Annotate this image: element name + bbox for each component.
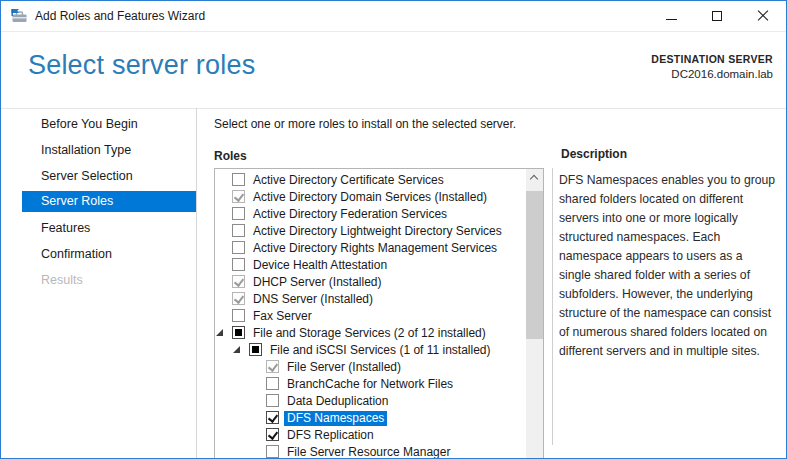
vertical-scrollbar[interactable] [526,169,543,459]
header-band: Select server roles DESTINATION SERVER D… [1,33,786,108]
role-row[interactable]: Active Directory Rights Management Servi… [215,240,526,257]
instruction-text: Select one or more roles to install on t… [214,117,516,131]
checkbox-installed[interactable] [266,360,279,373]
checkbox-checked[interactable] [266,428,279,441]
checkbox-installed[interactable] [232,190,245,203]
role-row[interactable]: File Server Resource Manager [215,444,526,459]
role-label: File Server (Installed) [287,360,401,375]
checkbox-checked[interactable] [266,411,279,424]
page-title: Select server roles [28,50,255,81]
role-row[interactable]: File and Storage Services (2 of 12 insta… [215,325,526,342]
tree-expander-icon[interactable] [216,329,223,336]
scrollbar-thumb[interactable] [526,191,543,339]
roles-heading: Roles [214,149,247,163]
roles-list: Active Directory Certificate ServicesAct… [215,169,526,459]
minimize-button[interactable] [648,1,694,31]
sidebar-item-features[interactable]: Features [1,215,196,241]
checkbox-unchecked[interactable] [232,241,245,254]
sidebar-divider [196,108,197,458]
role-row[interactable]: File Server (Installed) [215,359,526,376]
checkbox-unchecked[interactable] [266,394,279,407]
destination-server-name: DC2016.domain.lab [651,68,773,80]
description-divider [552,168,553,445]
sidebar-item-installation-type[interactable]: Installation Type [1,137,196,163]
role-row[interactable]: Device Health Attestation [215,257,526,274]
close-button[interactable] [740,1,786,31]
sidebar-item-server-selection[interactable]: Server Selection [1,163,196,189]
role-row[interactable]: DNS Server (Installed) [215,291,526,308]
role-row[interactable]: DFS Replication [215,427,526,444]
minimize-icon [666,19,677,20]
checkbox-installed[interactable] [232,275,245,288]
description-text: DFS Namespaces enables you to group shar… [559,171,776,361]
role-label: Device Health Attestation [253,258,387,273]
window-title: Add Roles and Features Wizard [35,9,205,23]
checkbox-unchecked[interactable] [232,224,245,237]
role-row[interactable]: Active Directory Lightweight Directory S… [215,223,526,240]
role-row[interactable]: File and iSCSI Services (1 of 11 install… [215,342,526,359]
sidebar-item-confirmation[interactable]: Confirmation [1,241,196,267]
role-row[interactable]: Fax Server [215,308,526,325]
role-label: File and Storage Services (2 of 12 insta… [253,326,486,341]
checkbox-unchecked[interactable] [266,445,279,458]
window-controls [648,1,786,31]
role-label: Active Directory Domain Services (Instal… [253,190,487,205]
role-label: Active Directory Rights Management Servi… [253,241,497,256]
scroll-up-button[interactable] [526,169,543,187]
checkbox-partial[interactable] [249,343,262,356]
maximize-icon [712,11,722,21]
role-label: BranchCache for Network Files [287,377,453,392]
tree-expander-icon[interactable] [233,346,240,353]
sidebar-nav: Before You BeginInstallation TypeServer … [1,111,196,458]
role-row[interactable]: BranchCache for Network Files [215,376,526,393]
chevron-up-icon [530,175,538,183]
header-divider [1,108,786,109]
role-row[interactable]: DHCP Server (Installed) [215,274,526,291]
role-label: DHCP Server (Installed) [253,275,381,290]
role-label: DFS Namespaces [284,411,387,426]
checkbox-unchecked[interactable] [232,258,245,271]
role-row[interactable]: Active Directory Domain Services (Instal… [215,189,526,206]
title-bar: Add Roles and Features Wizard [1,1,786,32]
destination-server-label: DESTINATION SERVER [651,53,773,65]
role-label: Fax Server [253,309,312,324]
sidebar-item-results: Results [1,267,196,293]
role-label: File Server Resource Manager [287,445,450,459]
checkbox-unchecked[interactable] [232,309,245,322]
role-row[interactable]: Active Directory Certificate Services [215,172,526,189]
role-row[interactable]: DFS Namespaces [215,410,526,427]
checkbox-unchecked[interactable] [266,377,279,390]
role-row[interactable]: Data Deduplication [215,393,526,410]
close-icon [757,10,769,22]
role-label: Active Directory Lightweight Directory S… [253,224,502,239]
description-heading: Description [561,147,627,161]
checkbox-unchecked[interactable] [232,207,245,220]
wizard-window: Add Roles and Features Wizard Select ser… [0,0,787,459]
role-label: DNS Server (Installed) [253,292,373,307]
role-label: Data Deduplication [287,394,388,409]
role-row[interactable]: Active Directory Federation Services [215,206,526,223]
role-label: DFS Replication [287,428,374,443]
maximize-button[interactable] [694,1,740,31]
roles-listbox[interactable]: Active Directory Certificate ServicesAct… [214,168,544,459]
checkbox-unchecked[interactable] [232,173,245,186]
sidebar-item-before-you-begin[interactable]: Before You Begin [1,111,196,137]
server-manager-icon [11,8,28,24]
checkbox-partial[interactable] [232,326,245,339]
destination-server-block: DESTINATION SERVER DC2016.domain.lab [651,53,773,80]
checkbox-installed[interactable] [232,292,245,305]
role-label: Active Directory Certificate Services [253,173,444,188]
role-label: Active Directory Federation Services [253,207,447,222]
role-label: File and iSCSI Services (1 of 11 install… [270,343,491,358]
sidebar-item-server-roles[interactable]: Server Roles [22,191,196,212]
